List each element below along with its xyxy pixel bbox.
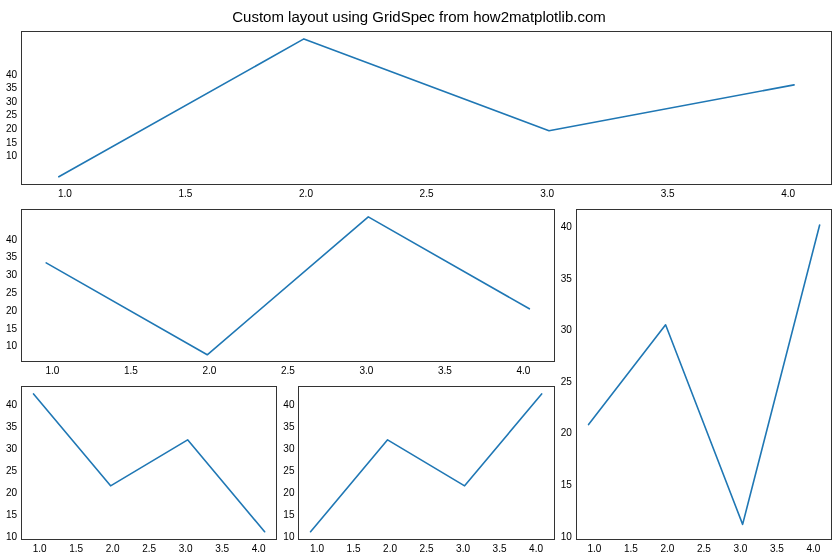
y-tick-label: 15 (6, 137, 17, 148)
y-tick-label: 30 (561, 324, 572, 335)
x-tick-label: 2.0 (383, 543, 397, 554)
figure-title: Custom layout using GridSpec from how2ma… (6, 6, 832, 31)
line-plot (22, 387, 276, 539)
x-tick-label: 3.0 (359, 365, 373, 376)
x-tick-label: 2.5 (420, 543, 434, 554)
line-plot (22, 210, 554, 362)
x-tick-label: 2.5 (281, 365, 295, 376)
x-axis: 1.01.52.02.53.03.54.0 (576, 540, 832, 554)
plot-area (21, 386, 277, 540)
y-tick-label: 10 (6, 340, 17, 351)
y-tick-label: 25 (561, 376, 572, 387)
x-tick-label: 3.5 (215, 543, 229, 554)
plot-area (298, 386, 554, 540)
x-tick-label: 1.5 (624, 543, 638, 554)
x-tick-label: 3.5 (770, 543, 784, 554)
x-axis: 1.01.52.02.53.03.54.0 (21, 362, 555, 376)
subplot-c: 40353025201510 1.01.52.02.53.03.54.0 (561, 209, 832, 554)
y-axis: 40353025201510 (6, 209, 21, 377)
x-tick-label: 1.5 (179, 188, 193, 199)
plot-area (21, 31, 832, 185)
y-tick-label: 35 (6, 251, 17, 262)
subplot-d: 40353025201510 1.01.52.02.53.03.54.0 (6, 386, 277, 554)
x-axis: 1.01.52.02.53.03.54.0 (298, 540, 554, 554)
y-axis: 40353025201510 (6, 31, 21, 199)
y-axis: 40353025201510 (561, 209, 576, 554)
x-tick-label: 4.0 (529, 543, 543, 554)
y-tick-label: 20 (6, 123, 17, 134)
y-tick-label: 25 (6, 109, 17, 120)
x-tick-label: 3.0 (456, 543, 470, 554)
y-axis: 40353025201510 (283, 386, 298, 554)
y-tick-label: 15 (6, 323, 17, 334)
line-plot (577, 210, 831, 539)
x-tick-label: 3.5 (438, 365, 452, 376)
x-tick-label: 3.0 (179, 543, 193, 554)
y-tick-label: 40 (6, 234, 17, 245)
x-tick-label: 4.0 (516, 365, 530, 376)
y-tick-label: 15 (6, 509, 17, 520)
y-tick-label: 35 (561, 273, 572, 284)
x-tick-label: 1.0 (45, 365, 59, 376)
plot-area (576, 209, 832, 540)
x-tick-label: 1.0 (310, 543, 324, 554)
x-tick-label: 2.5 (420, 188, 434, 199)
x-tick-label: 1.0 (33, 543, 47, 554)
y-tick-label: 10 (561, 531, 572, 542)
line-plot (22, 32, 831, 184)
x-tick-label: 2.0 (202, 365, 216, 376)
y-tick-label: 30 (6, 269, 17, 280)
subplot-b: 40353025201510 1.01.52.02.53.03.54.0 (6, 209, 555, 377)
x-tick-label: 1.5 (347, 543, 361, 554)
x-tick-label: 4.0 (781, 188, 795, 199)
x-tick-label: 3.0 (733, 543, 747, 554)
y-tick-label: 10 (6, 150, 17, 161)
y-tick-label: 20 (6, 487, 17, 498)
x-tick-label: 2.0 (660, 543, 674, 554)
x-tick-label: 3.5 (493, 543, 507, 554)
x-axis: 1.01.52.02.53.03.54.0 (21, 185, 832, 199)
x-tick-label: 4.0 (806, 543, 820, 554)
x-tick-label: 1.0 (58, 188, 72, 199)
x-axis: 1.01.52.02.53.03.54.0 (21, 540, 277, 554)
x-tick-label: 1.5 (69, 543, 83, 554)
x-tick-label: 2.0 (299, 188, 313, 199)
y-tick-label: 35 (6, 82, 17, 93)
y-tick-label: 25 (6, 465, 17, 476)
y-tick-label: 35 (6, 421, 17, 432)
y-tick-label: 40 (6, 69, 17, 80)
y-tick-label: 30 (6, 443, 17, 454)
y-tick-label: 10 (283, 531, 294, 542)
grid-layout: 40353025201510 1.01.52.02.53.03.54.0 403… (6, 31, 832, 554)
figure: Custom layout using GridSpec from how2ma… (6, 6, 832, 554)
y-tick-label: 30 (6, 96, 17, 107)
y-tick-label: 40 (6, 399, 17, 410)
x-tick-label: 1.5 (124, 365, 138, 376)
y-tick-label: 30 (283, 443, 294, 454)
y-tick-label: 10 (6, 531, 17, 542)
x-tick-label: 2.5 (697, 543, 711, 554)
y-tick-label: 25 (283, 465, 294, 476)
y-axis: 40353025201510 (6, 386, 21, 554)
x-tick-label: 4.0 (252, 543, 266, 554)
x-tick-label: 2.0 (106, 543, 120, 554)
y-tick-label: 20 (6, 305, 17, 316)
x-tick-label: 1.0 (587, 543, 601, 554)
y-tick-label: 20 (561, 427, 572, 438)
x-tick-label: 3.5 (661, 188, 675, 199)
y-tick-label: 15 (283, 509, 294, 520)
y-tick-label: 15 (561, 479, 572, 490)
x-tick-label: 2.5 (142, 543, 156, 554)
subplot-a: 40353025201510 1.01.52.02.53.03.54.0 (6, 31, 832, 199)
line-plot (299, 387, 553, 539)
plot-area (21, 209, 555, 363)
y-tick-label: 40 (561, 221, 572, 232)
y-tick-label: 25 (6, 287, 17, 298)
y-tick-label: 20 (283, 487, 294, 498)
subplot-e: 40353025201510 1.01.52.02.53.03.54.0 (283, 386, 554, 554)
y-tick-label: 35 (283, 421, 294, 432)
x-tick-label: 3.0 (540, 188, 554, 199)
y-tick-label: 40 (283, 399, 294, 410)
